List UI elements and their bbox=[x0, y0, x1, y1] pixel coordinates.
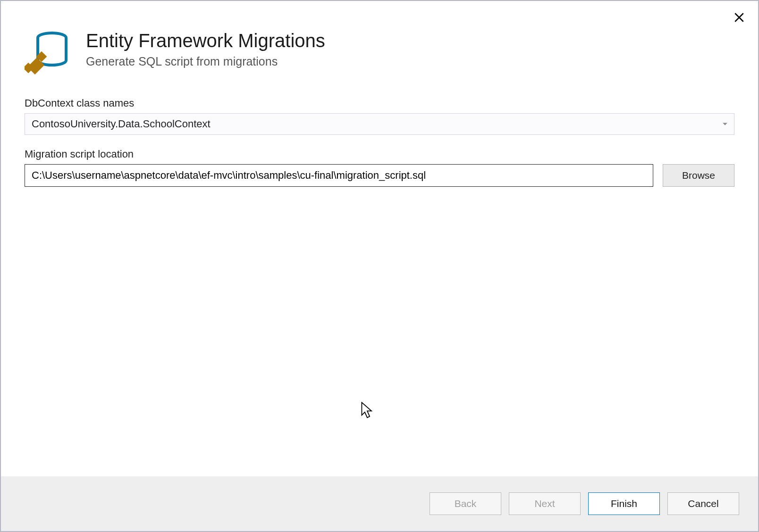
dialog-subtitle: Generate SQL script from migrations bbox=[86, 55, 325, 68]
chevron-down-icon bbox=[723, 123, 727, 125]
location-field: Migration script location Browse bbox=[25, 148, 734, 187]
migrations-icon bbox=[25, 31, 72, 78]
dialog-window: Entity Framework Migrations Generate SQL… bbox=[0, 0, 759, 532]
close-icon bbox=[734, 13, 744, 22]
dialog-header: Entity Framework Migrations Generate SQL… bbox=[1, 1, 758, 92]
close-button[interactable] bbox=[732, 10, 746, 25]
browse-button-label: Browse bbox=[682, 170, 715, 181]
dialog-body: DbContext class names ContosoUniversity.… bbox=[1, 92, 758, 476]
dialog-title: Entity Framework Migrations bbox=[86, 29, 325, 52]
dbcontext-label: DbContext class names bbox=[25, 97, 734, 109]
browse-button[interactable]: Browse bbox=[663, 164, 734, 187]
location-label: Migration script location bbox=[25, 148, 734, 160]
finish-button[interactable]: Finish bbox=[588, 492, 660, 515]
finish-button-label: Finish bbox=[611, 498, 637, 509]
location-input[interactable] bbox=[25, 164, 653, 187]
next-button: Next bbox=[509, 492, 581, 515]
next-button-label: Next bbox=[534, 498, 555, 509]
back-button-label: Back bbox=[455, 498, 477, 509]
dbcontext-selected-value: ContosoUniversity.Data.SchoolContext bbox=[32, 118, 211, 130]
dialog-footer: Back Next Finish Cancel bbox=[1, 476, 758, 531]
cancel-button-label: Cancel bbox=[688, 498, 718, 509]
cancel-button[interactable]: Cancel bbox=[667, 492, 739, 515]
location-row: Browse bbox=[25, 164, 734, 187]
dbcontext-field: DbContext class names ContosoUniversity.… bbox=[25, 97, 734, 135]
dbcontext-dropdown[interactable]: ContosoUniversity.Data.SchoolContext bbox=[25, 113, 734, 135]
back-button: Back bbox=[430, 492, 501, 515]
header-text: Entity Framework Migrations Generate SQL… bbox=[86, 29, 325, 68]
